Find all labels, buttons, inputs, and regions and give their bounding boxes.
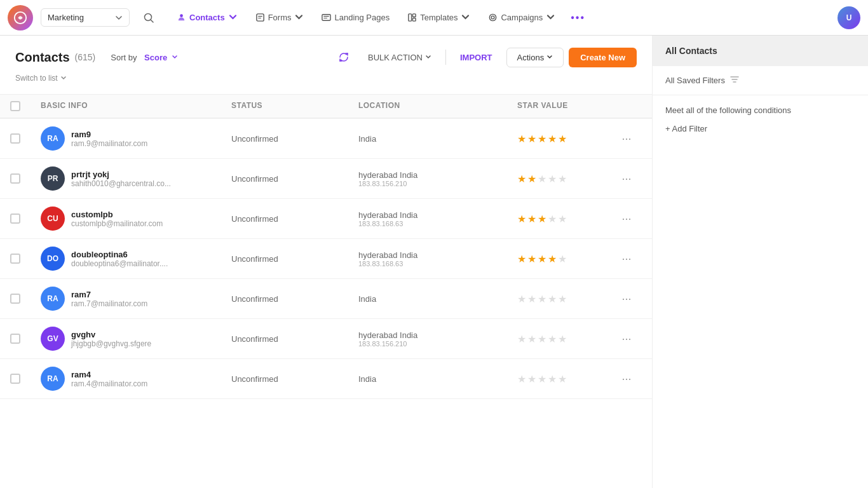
status-cell: Unconfirmed <box>231 174 358 184</box>
star-empty: ★ <box>558 253 567 265</box>
location-main: hyderabad India <box>358 210 517 220</box>
nav-item-forms[interactable]: Forms <box>247 8 313 27</box>
star-empty: ★ <box>558 173 567 185</box>
actions-dropdown-button[interactable]: Actions <box>506 48 564 67</box>
location-ip: 183.83.156.210 <box>358 180 517 187</box>
workspace-selector[interactable]: Marketing <box>41 8 130 27</box>
select-all-checkbox[interactable] <box>10 101 20 111</box>
location-cell: hyderabad India 183.83.156.210 <box>358 330 517 348</box>
divider <box>445 50 446 65</box>
svg-point-8 <box>490 14 496 20</box>
location-main: hyderabad India <box>358 170 517 180</box>
star-filled: ★ <box>517 253 526 265</box>
left-panel: Contacts (615) Sort by Score <box>0 36 652 488</box>
nav-item-contacts[interactable]: Contacts <box>168 8 247 27</box>
row-checkbox-cell <box>10 173 41 184</box>
star-empty: ★ <box>558 333 567 345</box>
contact-details: ram9 ram.9@mailinator.com <box>71 130 147 148</box>
star-filled: ★ <box>527 213 536 225</box>
stars-cell: ★★★★★ <box>517 213 611 225</box>
more-nav-button[interactable]: ••• <box>564 7 592 29</box>
topnav: Marketing Contacts Forms Landing Pages T… <box>0 0 868 36</box>
header-basic-info: Basic Info <box>41 101 231 111</box>
location-main: India <box>358 294 517 304</box>
row-checkbox-cell <box>10 254 41 264</box>
conditions-text: Meet all of the following conditions <box>665 105 855 115</box>
more-options-button[interactable]: ··· <box>611 172 642 186</box>
contact-name: doubleoptina6 <box>71 250 168 259</box>
svg-point-2 <box>180 14 183 17</box>
search-button[interactable] <box>137 6 160 29</box>
row-checkbox[interactable] <box>10 133 20 144</box>
more-options-button[interactable]: ··· <box>611 332 642 346</box>
more-options-button[interactable]: ··· <box>611 132 642 146</box>
stars-cell: ★★★★★ <box>517 133 611 145</box>
sort-by-control[interactable]: Sort by Score <box>111 53 178 62</box>
more-options-button[interactable]: ··· <box>611 372 642 386</box>
star-empty: ★ <box>558 213 567 225</box>
contact-name: ram4 <box>71 370 147 379</box>
table-row: RA ram9 ram.9@mailinator.com Unconfirmed… <box>0 119 652 159</box>
row-checkbox-cell <box>10 133 41 144</box>
star-filled: ★ <box>527 253 536 265</box>
switch-to-list[interactable]: Switch to list <box>15 72 637 88</box>
all-contacts-header: All Contacts <box>653 36 868 66</box>
svg-rect-5 <box>409 14 412 21</box>
contact-info: RA ram4 ram.4@mailinator.com <box>41 367 231 391</box>
row-checkbox-cell <box>10 294 41 304</box>
table-body: RA ram9 ram.9@mailinator.com Unconfirmed… <box>0 119 652 399</box>
create-new-button[interactable]: Create New <box>569 48 637 67</box>
table-row: PR prtrjt yokj sahith0010@gharcentral.co… <box>0 159 652 199</box>
svg-rect-6 <box>413 14 416 17</box>
star-filled: ★ <box>558 133 567 145</box>
star-empty: ★ <box>538 373 546 385</box>
star-empty: ★ <box>538 173 546 185</box>
nav-item-templates[interactable]: Templates <box>398 8 479 27</box>
conditions-section: Meet all of the following conditions + A… <box>653 95 868 144</box>
nav-item-landing-pages[interactable]: Landing Pages <box>313 8 398 27</box>
status-cell: Unconfirmed <box>231 214 358 224</box>
refresh-button[interactable] <box>334 47 354 67</box>
import-button[interactable]: IMPORT <box>451 48 501 67</box>
stars-cell: ★★★★★ <box>517 373 611 385</box>
row-checkbox[interactable] <box>10 374 20 384</box>
status-cell: Unconfirmed <box>231 134 358 144</box>
more-options-button[interactable]: ··· <box>611 252 642 266</box>
star-empty: ★ <box>548 213 557 225</box>
more-options-button[interactable]: ··· <box>611 212 642 226</box>
header-location: Location <box>358 101 517 111</box>
table-row: CU customlpb customlpb@mailinator.com Un… <box>0 199 652 239</box>
contact-name: customlpb <box>71 210 163 219</box>
avatar: RA <box>41 287 65 311</box>
more-options-button[interactable]: ··· <box>611 292 642 306</box>
stars-cell: ★★★★★ <box>517 293 611 305</box>
nav-item-campaigns[interactable]: Campaigns <box>479 8 564 27</box>
contact-name: prtrjt yokj <box>71 170 171 179</box>
star-empty: ★ <box>527 373 536 385</box>
avatar: DO <box>41 247 65 271</box>
saved-filters-row[interactable]: All Saved Filters <box>653 66 868 95</box>
header-actions-col <box>611 101 642 111</box>
add-filter-button[interactable]: + Add Filter <box>665 124 707 133</box>
bulk-action-button[interactable]: BULK ACTION <box>359 48 440 67</box>
avatar: RA <box>41 126 65 151</box>
contact-email: jhjgbgb@gvghvg.sfgere <box>71 339 151 348</box>
location-cell: hyderabad India 183.83.168.63 <box>358 210 517 227</box>
row-checkbox[interactable] <box>10 294 20 304</box>
contact-details: ram7 ram.7@mailinator.com <box>71 290 147 308</box>
contact-info: PR prtrjt yokj sahith0010@gharcentral.co… <box>41 166 231 191</box>
row-checkbox[interactable] <box>10 214 20 224</box>
location-main: hyderabad India <box>358 250 517 260</box>
star-filled: ★ <box>527 133 536 145</box>
row-checkbox[interactable] <box>10 334 20 344</box>
star-empty: ★ <box>548 373 557 385</box>
user-avatar[interactable]: U <box>837 6 860 29</box>
row-checkbox[interactable] <box>10 254 20 264</box>
row-checkbox[interactable] <box>10 173 20 184</box>
stars-cell: ★★★★★ <box>517 333 611 345</box>
table-row: RA ram4 ram.4@mailinator.com Unconfirmed… <box>0 359 652 399</box>
app-logo[interactable] <box>8 5 33 30</box>
location-ip: 183.83.168.63 <box>358 220 517 227</box>
avatar: PR <box>41 166 65 191</box>
status-cell: Unconfirmed <box>231 374 358 384</box>
